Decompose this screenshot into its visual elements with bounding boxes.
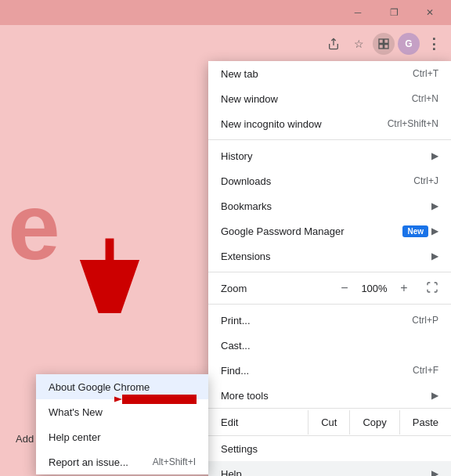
menu-item-password-manager[interactable]: Google Password Manager New ▶ xyxy=(208,218,451,243)
menu-item-new-tab[interactable]: New tab Ctrl+T xyxy=(208,61,451,86)
browser-toolbar: ☆ G ⋮ xyxy=(0,25,451,63)
svg-rect-0 xyxy=(379,39,383,43)
menu-item-cast[interactable]: Cast... xyxy=(208,333,451,358)
minimize-button[interactable]: ─ xyxy=(340,0,376,25)
title-bar: ─ ❐ ✕ xyxy=(0,0,451,25)
cut-button[interactable]: Cut xyxy=(308,410,349,435)
submenu-item-report-issue[interactable]: Report an issue... Alt+Shift+I xyxy=(36,449,208,474)
zoom-in-button[interactable]: + xyxy=(395,279,413,298)
divider-1 xyxy=(208,139,451,140)
new-badge: New xyxy=(402,225,428,237)
menu-item-print[interactable]: Print... Ctrl+P xyxy=(208,308,451,333)
svg-rect-1 xyxy=(384,39,388,43)
svg-rect-3 xyxy=(384,45,388,49)
menu-item-new-window[interactable]: New window Ctrl+N xyxy=(208,86,451,111)
menu-item-downloads[interactable]: Downloads Ctrl+J xyxy=(208,168,451,193)
extension-icon[interactable] xyxy=(373,33,395,55)
menu-item-more-tools[interactable]: More tools ▶ xyxy=(208,383,451,408)
share-icon[interactable] xyxy=(323,33,345,55)
paste-button[interactable]: Paste xyxy=(399,410,451,435)
zoom-out-button[interactable]: − xyxy=(335,279,354,298)
favorite-icon[interactable]: ☆ xyxy=(348,33,370,55)
zoom-row: Zoom − 100% + xyxy=(208,276,451,301)
menu-item-history[interactable]: History ▶ xyxy=(208,143,451,168)
main-dropdown-menu: New tab Ctrl+T New window Ctrl+N New inc… xyxy=(208,61,451,476)
zoom-controls: − 100% + xyxy=(335,279,438,298)
menu-item-new-incognito[interactable]: New incognito window Ctrl+Shift+N xyxy=(208,111,451,136)
help-arrow-indicator xyxy=(114,384,200,417)
menu-item-bookmarks[interactable]: Bookmarks ▶ xyxy=(208,193,451,218)
zoom-value: 100% xyxy=(360,283,388,294)
fullscreen-button[interactable] xyxy=(426,281,438,296)
copy-button[interactable]: Copy xyxy=(349,410,399,435)
submenu-item-help-center[interactable]: Help center xyxy=(36,424,208,449)
restore-button[interactable]: ❐ xyxy=(376,0,412,25)
menu-item-help[interactable]: Help ▶ xyxy=(208,461,451,476)
menu-item-find[interactable]: Find... Ctrl+F xyxy=(208,358,451,383)
edit-row: Edit Cut Copy Paste xyxy=(208,408,451,436)
menu-icon[interactable]: ⋮ xyxy=(423,33,445,55)
divider-2 xyxy=(208,272,451,272)
svg-rect-2 xyxy=(379,45,383,49)
profile-avatar[interactable]: G xyxy=(398,33,420,55)
chrome-logo-letter: e xyxy=(8,172,60,280)
menu-item-extensions[interactable]: Extensions ▶ xyxy=(208,243,451,269)
divider-3 xyxy=(208,304,451,305)
menu-item-settings[interactable]: Settings xyxy=(208,436,451,461)
close-button[interactable]: ✕ xyxy=(412,0,448,25)
